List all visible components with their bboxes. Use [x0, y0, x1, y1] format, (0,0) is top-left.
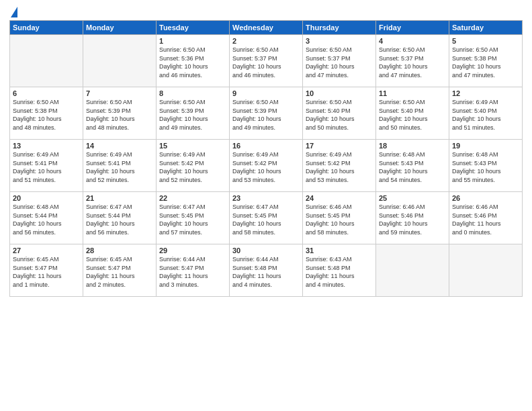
day-info: Sunrise: 6:50 AM Sunset: 5:37 PM Dayligh…	[379, 46, 446, 79]
day-number: 22	[159, 194, 226, 202]
calendar-cell: 6Sunrise: 6:50 AM Sunset: 5:38 PM Daylig…	[10, 87, 83, 140]
day-number: 2	[232, 37, 300, 45]
calendar-cell: 17Sunrise: 6:49 AM Sunset: 5:42 PM Dayli…	[303, 140, 376, 192]
day-info: Sunrise: 6:50 AM Sunset: 5:40 PM Dayligh…	[306, 98, 373, 132]
day-number: 5	[452, 37, 519, 45]
day-info: Sunrise: 6:49 AM Sunset: 5:41 PM Dayligh…	[13, 150, 80, 184]
calendar-cell: 1Sunrise: 6:50 AM Sunset: 5:36 PM Daylig…	[157, 35, 230, 87]
day-number: 1	[159, 37, 226, 45]
calendar-cell: 18Sunrise: 6:48 AM Sunset: 5:43 PM Dayli…	[376, 140, 449, 192]
day-info: Sunrise: 6:50 AM Sunset: 5:40 PM Dayligh…	[379, 98, 446, 132]
day-number: 28	[86, 246, 153, 255]
day-number: 26	[452, 194, 519, 202]
day-info: Sunrise: 6:50 AM Sunset: 5:37 PM Dayligh…	[232, 46, 300, 79]
day-info: Sunrise: 6:48 AM Sunset: 5:44 PM Dayligh…	[13, 203, 80, 236]
calendar-cell: 19Sunrise: 6:48 AM Sunset: 5:43 PM Dayli…	[449, 140, 523, 192]
day-number: 24	[306, 194, 373, 202]
day-info: Sunrise: 6:50 AM Sunset: 5:37 PM Dayligh…	[306, 46, 373, 79]
day-number: 9	[232, 89, 300, 97]
day-number: 20	[13, 194, 80, 202]
page: SundayMondayTuesdayWednesdayThursdayFrid…	[0, 0, 532, 411]
calendar-cell	[376, 244, 449, 297]
day-number: 29	[159, 246, 226, 255]
logo	[9, 7, 17, 16]
day-info: Sunrise: 6:45 AM Sunset: 5:47 PM Dayligh…	[86, 255, 153, 289]
day-info: Sunrise: 6:50 AM Sunset: 5:39 PM Dayligh…	[232, 98, 300, 132]
day-number: 17	[306, 142, 373, 150]
day-number: 13	[13, 142, 80, 150]
calendar-header-saturday: Saturday	[449, 21, 523, 35]
calendar-cell: 3Sunrise: 6:50 AM Sunset: 5:37 PM Daylig…	[303, 35, 376, 87]
calendar-header-friday: Friday	[376, 21, 449, 35]
calendar-week-row: 27Sunrise: 6:45 AM Sunset: 5:47 PM Dayli…	[10, 244, 523, 297]
calendar-week-row: 20Sunrise: 6:48 AM Sunset: 5:44 PM Dayli…	[10, 192, 523, 244]
day-number: 18	[379, 142, 446, 150]
calendar-cell: 12Sunrise: 6:49 AM Sunset: 5:40 PM Dayli…	[449, 87, 523, 140]
calendar-cell: 27Sunrise: 6:45 AM Sunset: 5:47 PM Dayli…	[10, 244, 83, 297]
day-number: 16	[232, 142, 300, 150]
calendar-cell: 24Sunrise: 6:46 AM Sunset: 5:45 PM Dayli…	[303, 192, 376, 244]
day-number: 4	[379, 37, 446, 45]
day-info: Sunrise: 6:48 AM Sunset: 5:43 PM Dayligh…	[452, 150, 519, 184]
calendar-cell: 10Sunrise: 6:50 AM Sunset: 5:40 PM Dayli…	[303, 87, 376, 140]
calendar-cell: 15Sunrise: 6:49 AM Sunset: 5:42 PM Dayli…	[157, 140, 230, 192]
calendar-cell: 29Sunrise: 6:44 AM Sunset: 5:47 PM Dayli…	[157, 244, 230, 297]
header	[9, 7, 523, 16]
calendar-cell: 14Sunrise: 6:49 AM Sunset: 5:41 PM Dayli…	[83, 140, 157, 192]
calendar-cell: 13Sunrise: 6:49 AM Sunset: 5:41 PM Dayli…	[10, 140, 83, 192]
day-number: 27	[13, 246, 80, 255]
calendar-header-monday: Monday	[83, 21, 157, 35]
calendar-cell: 5Sunrise: 6:50 AM Sunset: 5:38 PM Daylig…	[449, 35, 523, 87]
day-number: 23	[232, 194, 300, 202]
calendar-cell: 31Sunrise: 6:43 AM Sunset: 5:48 PM Dayli…	[303, 244, 376, 297]
calendar-cell: 4Sunrise: 6:50 AM Sunset: 5:37 PM Daylig…	[376, 35, 449, 87]
day-info: Sunrise: 6:50 AM Sunset: 5:38 PM Dayligh…	[13, 98, 80, 132]
logo-triangle-icon	[11, 7, 17, 17]
day-info: Sunrise: 6:50 AM Sunset: 5:38 PM Dayligh…	[452, 46, 519, 79]
day-info: Sunrise: 6:46 AM Sunset: 5:46 PM Dayligh…	[452, 203, 519, 236]
day-number: 7	[86, 89, 153, 97]
calendar: SundayMondayTuesdayWednesdayThursdayFrid…	[9, 20, 523, 297]
day-info: Sunrise: 6:49 AM Sunset: 5:40 PM Dayligh…	[452, 98, 519, 132]
calendar-cell	[10, 35, 83, 87]
day-info: Sunrise: 6:47 AM Sunset: 5:44 PM Dayligh…	[86, 203, 153, 236]
day-number: 19	[452, 142, 519, 150]
calendar-cell: 26Sunrise: 6:46 AM Sunset: 5:46 PM Dayli…	[449, 192, 523, 244]
calendar-cell: 20Sunrise: 6:48 AM Sunset: 5:44 PM Dayli…	[10, 192, 83, 244]
day-info: Sunrise: 6:47 AM Sunset: 5:45 PM Dayligh…	[232, 203, 300, 236]
day-number: 15	[159, 142, 226, 150]
day-info: Sunrise: 6:44 AM Sunset: 5:47 PM Dayligh…	[159, 255, 226, 289]
day-info: Sunrise: 6:47 AM Sunset: 5:45 PM Dayligh…	[159, 203, 226, 236]
calendar-cell	[83, 35, 157, 87]
day-info: Sunrise: 6:45 AM Sunset: 5:47 PM Dayligh…	[13, 255, 80, 289]
calendar-cell: 11Sunrise: 6:50 AM Sunset: 5:40 PM Dayli…	[376, 87, 449, 140]
calendar-header-wednesday: Wednesday	[230, 21, 303, 35]
calendar-week-row: 6Sunrise: 6:50 AM Sunset: 5:38 PM Daylig…	[10, 87, 523, 140]
calendar-header-row: SundayMondayTuesdayWednesdayThursdayFrid…	[10, 21, 523, 35]
calendar-header-thursday: Thursday	[303, 21, 376, 35]
calendar-cell: 22Sunrise: 6:47 AM Sunset: 5:45 PM Dayli…	[157, 192, 230, 244]
day-number: 3	[306, 37, 373, 45]
day-number: 21	[86, 194, 153, 202]
day-info: Sunrise: 6:48 AM Sunset: 5:43 PM Dayligh…	[379, 150, 446, 184]
calendar-cell: 23Sunrise: 6:47 AM Sunset: 5:45 PM Dayli…	[230, 192, 303, 244]
day-info: Sunrise: 6:49 AM Sunset: 5:42 PM Dayligh…	[159, 150, 226, 184]
day-number: 25	[379, 194, 446, 202]
day-number: 30	[232, 246, 300, 255]
calendar-header-sunday: Sunday	[10, 21, 83, 35]
calendar-cell: 21Sunrise: 6:47 AM Sunset: 5:44 PM Dayli…	[83, 192, 157, 244]
calendar-week-row: 1Sunrise: 6:50 AM Sunset: 5:36 PM Daylig…	[10, 35, 523, 87]
day-info: Sunrise: 6:49 AM Sunset: 5:42 PM Dayligh…	[306, 150, 373, 184]
day-info: Sunrise: 6:50 AM Sunset: 5:39 PM Dayligh…	[159, 98, 226, 132]
calendar-cell	[449, 244, 523, 297]
day-info: Sunrise: 6:49 AM Sunset: 5:41 PM Dayligh…	[86, 150, 153, 184]
day-info: Sunrise: 6:44 AM Sunset: 5:48 PM Dayligh…	[232, 255, 300, 289]
calendar-cell: 25Sunrise: 6:46 AM Sunset: 5:46 PM Dayli…	[376, 192, 449, 244]
day-number: 14	[86, 142, 153, 150]
day-number: 10	[306, 89, 373, 97]
day-info: Sunrise: 6:46 AM Sunset: 5:46 PM Dayligh…	[379, 203, 446, 236]
calendar-cell: 28Sunrise: 6:45 AM Sunset: 5:47 PM Dayli…	[83, 244, 157, 297]
day-info: Sunrise: 6:50 AM Sunset: 5:36 PM Dayligh…	[159, 46, 226, 79]
day-number: 11	[379, 89, 446, 97]
day-info: Sunrise: 6:49 AM Sunset: 5:42 PM Dayligh…	[232, 150, 300, 184]
